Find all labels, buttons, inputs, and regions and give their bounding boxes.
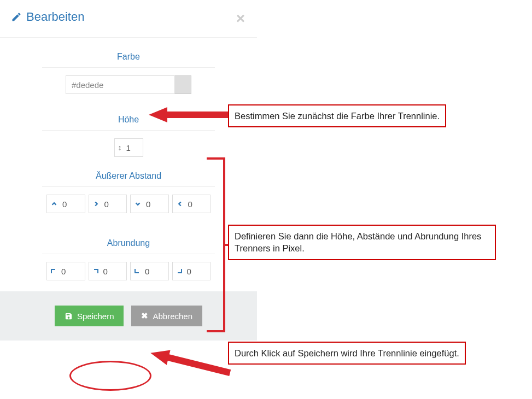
edit-dialog: Bearbeiten × Farbe Höhe ↕ Äußerer Abstan… — [0, 0, 257, 341]
cancel-button[interactable]: ✖ Abbrechen — [131, 306, 202, 326]
color-swatch[interactable] — [175, 75, 191, 94]
annotation-save-ellipse — [69, 361, 151, 391]
corner-tr-icon — [92, 267, 99, 275]
section-label-height: Höhe — [42, 101, 215, 131]
height-input-wrap: ↕ — [114, 138, 143, 157]
rounding-tl-input[interactable] — [60, 266, 81, 277]
margin-left-cell — [172, 195, 211, 213]
dialog-title: Bearbeiten — [11, 10, 246, 24]
margin-right-input[interactable] — [103, 199, 124, 209]
updown-icon: ↕ — [118, 143, 122, 152]
dialog-footer: Speichern ✖ Abbrechen — [0, 291, 257, 341]
save-button-label: Speichern — [77, 312, 114, 321]
chevron-left-icon — [176, 200, 184, 208]
save-button[interactable]: Speichern — [55, 306, 124, 326]
close-icon[interactable]: × — [236, 11, 245, 26]
margin-top-input[interactable] — [61, 199, 81, 209]
height-input[interactable] — [125, 143, 138, 153]
cancel-button-label: Abbrechen — [153, 312, 192, 321]
section-height: Höhe ↕ — [0, 101, 257, 157]
corner-tl-icon — [50, 267, 57, 275]
chevron-down-icon — [134, 200, 142, 208]
save-icon — [65, 312, 73, 320]
rounding-bl-input[interactable] — [144, 266, 165, 277]
color-row — [46, 75, 211, 94]
chevron-up-icon — [50, 200, 58, 208]
chevron-right-icon — [92, 200, 100, 208]
rounding-row — [46, 262, 211, 280]
margin-top-cell — [46, 195, 85, 213]
annotation-callout-3: Durch Klick auf Speichern wird Ihre Tren… — [228, 342, 466, 365]
svg-marker-1 — [149, 348, 231, 378]
pencil-icon — [11, 11, 22, 22]
color-input[interactable] — [66, 75, 175, 94]
corner-bl-icon — [134, 267, 141, 275]
corner-br-icon — [176, 267, 183, 275]
section-label-margin: Äußerer Abstand — [42, 157, 215, 187]
dialog-title-text: Bearbeiten — [26, 10, 84, 24]
annotation-callout-1: Bestimmen Sie zunächst die Farbe Ihrer T… — [228, 104, 446, 127]
rounding-tr-cell — [89, 262, 127, 280]
cancel-icon: ✖ — [141, 311, 148, 321]
margin-right-cell — [89, 195, 127, 213]
rounding-bl-cell — [130, 262, 169, 280]
rounding-br-cell — [172, 262, 211, 280]
section-color: Farbe — [0, 38, 257, 94]
rounding-tl-cell — [46, 262, 85, 280]
margin-left-input[interactable] — [187, 199, 207, 209]
margin-bottom-input[interactable] — [145, 199, 165, 209]
section-rounding: Abrundung — [0, 224, 257, 280]
rounding-tr-input[interactable] — [102, 266, 124, 277]
annotation-callout-2: Definieren Sie dann die Höhe, Abstände u… — [228, 225, 496, 260]
annotation-arrow-3 — [149, 348, 231, 378]
margin-row — [46, 195, 211, 213]
section-label-color: Farbe — [42, 38, 215, 68]
rounding-br-input[interactable] — [186, 266, 207, 277]
dialog-header: Bearbeiten × — [0, 0, 257, 38]
section-margin: Äußerer Abstand — [0, 157, 257, 213]
margin-bottom-cell — [130, 195, 169, 213]
section-label-rounding: Abrundung — [42, 224, 215, 254]
